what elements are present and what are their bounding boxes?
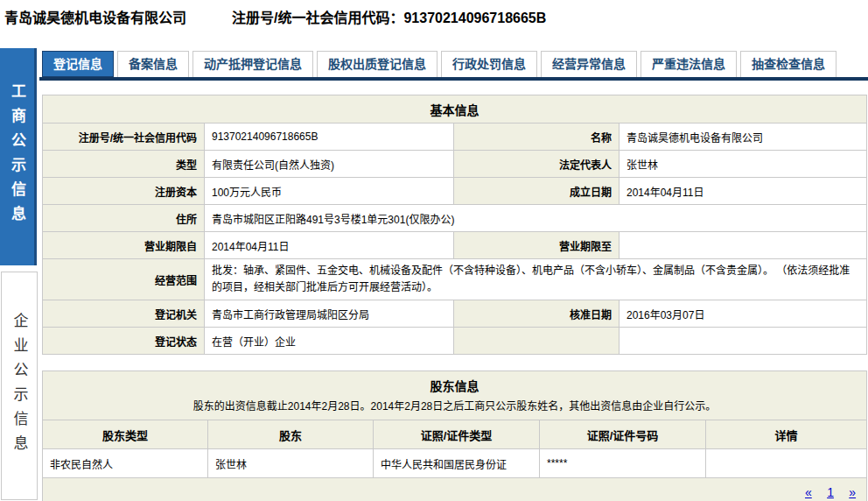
table-row: 住所 青岛市城阳区正阳路491号3号楼1单元301(仅限办公) — [43, 205, 867, 232]
table-row: 基本信息 — [43, 95, 867, 123]
tab-bar: 登记信息 备案信息 动产抵押登记信息 股权出质登记信息 行政处罚信息 经营异常信… — [39, 51, 868, 77]
authority-label: 登记机关 — [43, 300, 205, 328]
tab-registration-info[interactable]: 登记信息 — [42, 51, 114, 77]
reg-no-label: 注册号/统一社会信用代码 — [43, 123, 205, 151]
cert-type-value: 中华人民共和国居民身份证 — [374, 449, 540, 478]
legal-rep-value: 张世林 — [620, 151, 867, 178]
approval-date-label: 核准日期 — [454, 300, 620, 328]
term-to-value — [620, 232, 867, 259]
table-row: 类型 有限责任公司(自然人独资) 法定代表人 张世林 — [43, 151, 867, 178]
scope-value: 批发：轴承、紧固件、五金交电、机械设备及配件（不含特种设备）、机电产品（不含小轿… — [205, 259, 867, 300]
term-to-label: 营业期限至 — [454, 232, 620, 259]
empty-value-cell — [620, 328, 867, 355]
sidebar: 工商公示信息 企业公示信息 — [0, 48, 37, 501]
type-value: 有限责任公司(自然人独资) — [205, 151, 454, 178]
est-date-value: 2014年04月11日 — [620, 178, 867, 205]
tab-filing-info[interactable]: 备案信息 — [117, 51, 189, 77]
approval-date-value: 2016年03月07日 — [620, 300, 867, 328]
tab-spot-check-info[interactable]: 抽查检查信息 — [740, 51, 836, 77]
registration-code: 注册号/统一社会信用代码：91370214096718665B — [232, 6, 546, 27]
table-row: 注册号/统一社会信用代码 91370214096718665B 名称 青岛诚昊德… — [43, 123, 867, 151]
authority-value: 青岛市工商行政管理局城阳区分局 — [205, 300, 454, 328]
shareholder-title: 股东信息 — [50, 377, 859, 394]
table-row: 营业期限自 2014年04月11日 营业期限至 — [43, 232, 867, 259]
est-date-label: 成立日期 — [454, 178, 620, 205]
page-number-link[interactable]: 1 — [827, 485, 834, 499]
shareholder-name-value: 张世林 — [208, 449, 374, 478]
next-page-link[interactable]: » — [849, 485, 856, 499]
tab-administrative-penalty-info[interactable]: 行政处罚信息 — [441, 51, 537, 77]
col-detail: 详情 — [706, 420, 867, 449]
reg-capital-label: 注册资本 — [43, 178, 205, 205]
status-label: 登记状态 — [43, 328, 205, 355]
type-label: 类型 — [43, 151, 205, 178]
table-row: « 1 » — [43, 478, 867, 501]
term-from-label: 营业期限自 — [43, 232, 205, 259]
sidebar-item-enterprise-publicity[interactable]: 企业公示信息 — [1, 272, 38, 500]
col-cert-type: 证照/证件类型 — [374, 420, 540, 449]
empty-label-cell — [454, 328, 620, 355]
sidebar-item-business-publicity[interactable]: 工商公示信息 — [0, 48, 37, 265]
tab-serious-violation-info[interactable]: 严重违法信息 — [640, 51, 737, 77]
company-name: 青岛诚昊德机电设备有限公司 — [4, 6, 186, 27]
status-value: 在营（开业）企业 — [205, 328, 454, 355]
pagination: « 1 » — [53, 485, 856, 499]
name-value: 青岛诚昊德机电设备有限公司 — [620, 123, 867, 151]
table-row: 股东信息 股东的出资信息截止2014年2月28日。2014年2月28日之后工商只… — [43, 371, 867, 420]
address-value: 青岛市城阳区正阳路491号3号楼1单元301(仅限办公) — [205, 205, 867, 232]
basic-info-table: 基本信息 注册号/统一社会信用代码 91370214096718665B 名称 … — [42, 95, 867, 355]
table-row: 登记状态 在营（开业）企业 — [43, 328, 867, 355]
table-row: 经营范围 批发：轴承、紧固件、五金交电、机械设备及配件（不含特种设备）、机电产品… — [43, 259, 867, 300]
shareholder-table: 股东信息 股东的出资信息截止2014年2月28日。2014年2月28日之后工商只… — [42, 370, 867, 501]
shareholder-note: 股东的出资信息截止2014年2月28日。2014年2月28日之后工商只公示股东姓… — [50, 398, 859, 413]
col-shareholder-type: 股东类型 — [43, 420, 208, 449]
table-row: 非农民自然人 张世林 中华人民共和国居民身份证 ***** — [43, 449, 867, 478]
tab-chattel-mortgage-info[interactable]: 动产抵押登记信息 — [192, 51, 313, 77]
table-row: 登记机关 青岛市工商行政管理局城阳区分局 核准日期 2016年03月07日 — [43, 300, 867, 328]
name-label: 名称 — [454, 123, 620, 151]
prev-page-link[interactable]: « — [805, 485, 812, 499]
main-content: 登记信息 备案信息 动产抵押登记信息 股权出质登记信息 行政处罚信息 经营异常信… — [39, 51, 868, 501]
reg-capital-value: 100万元人民币 — [205, 178, 454, 205]
tab-underline — [39, 77, 868, 81]
shareholder-type-value: 非农民自然人 — [43, 449, 208, 478]
pagination-bar: « 1 » — [43, 478, 867, 501]
table-row: 股东类型 股东 证照/证件类型 证照/证件号码 详情 — [43, 420, 867, 449]
page-header: 青岛诚昊德机电设备有限公司 注册号/统一社会信用代码：9137021409671… — [4, 6, 868, 27]
scope-label: 经营范围 — [43, 259, 205, 300]
detail-value — [706, 449, 867, 478]
table-row: 注册资本 100万元人民币 成立日期 2014年04月11日 — [43, 178, 867, 205]
legal-rep-label: 法定代表人 — [454, 151, 620, 178]
col-shareholder: 股东 — [208, 420, 374, 449]
basic-info-title: 基本信息 — [43, 95, 867, 123]
cert-no-value: ***** — [540, 449, 706, 478]
address-label: 住所 — [43, 205, 205, 232]
tab-equity-pledge-info[interactable]: 股权出质登记信息 — [317, 51, 438, 77]
shareholder-header: 股东信息 股东的出资信息截止2014年2月28日。2014年2月28日之后工商只… — [43, 371, 867, 420]
col-cert-no: 证照/证件号码 — [540, 420, 706, 449]
reg-no-value: 91370214096718665B — [205, 123, 454, 151]
tab-operation-abnormal-info[interactable]: 经营异常信息 — [541, 51, 637, 77]
term-from-value: 2014年04月11日 — [205, 232, 454, 259]
